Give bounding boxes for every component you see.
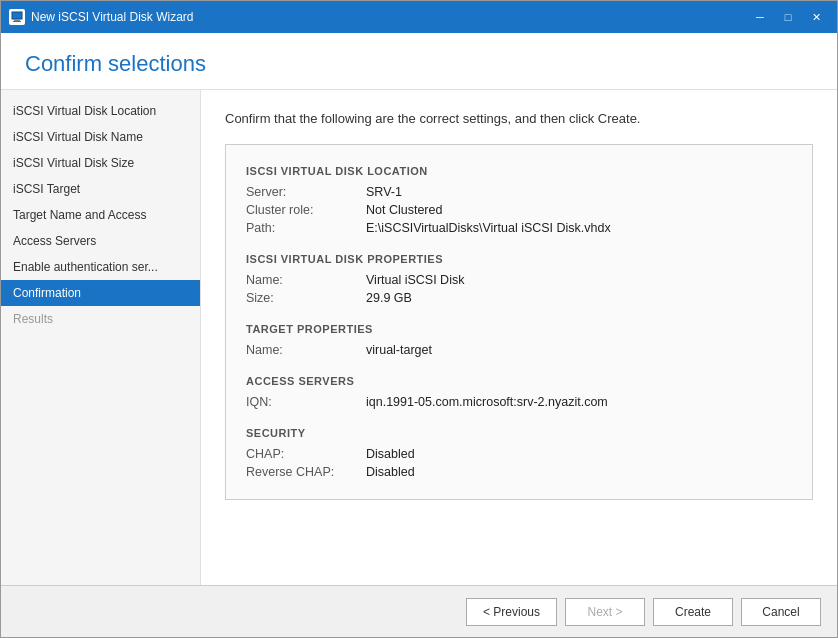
window-controls: ─ □ ✕ [747,7,829,27]
title-bar: New iSCSI Virtual Disk Wizard ─ □ ✕ [1,1,837,33]
sidebar-item-iscsi-target[interactable]: iSCSI Target [1,176,200,202]
main-content: iSCSI Virtual Disk LocationiSCSI Virtual… [1,90,837,585]
sidebar-item-iscsi-size[interactable]: iSCSI Virtual Disk Size [1,150,200,176]
prop-label: Cluster role: [246,203,366,217]
page-header: Confirm selections [1,33,837,90]
sidebar-item-results: Results [1,306,200,332]
intro-text: Confirm that the following are the corre… [225,110,813,128]
section-heading-3: ACCESS SERVERS [246,375,792,387]
next-button: Next > [565,598,645,626]
create-button[interactable]: Create [653,598,733,626]
sidebar-item-target-name-access[interactable]: Target Name and Access [1,202,200,228]
prop-value: Not Clustered [366,203,442,217]
prop-value: SRV-1 [366,185,402,199]
right-panel: Confirm that the following are the corre… [201,90,837,585]
cancel-button[interactable]: Cancel [741,598,821,626]
sidebar-item-iscsi-location[interactable]: iSCSI Virtual Disk Location [1,98,200,124]
maximize-button[interactable]: □ [775,7,801,27]
minimize-button[interactable]: ─ [747,7,773,27]
page-title: Confirm selections [25,51,813,77]
sidebar-item-enable-auth[interactable]: Enable authentication ser... [1,254,200,280]
prop-value: 29.9 GB [366,291,412,305]
footer: < Previous Next > Create Cancel [1,585,837,637]
prop-value: Disabled [366,447,415,461]
prop-row: Path:E:\iSCSIVirtualDisks\Virtual iSCSI … [246,221,792,235]
prop-row: Name:virual-target [246,343,792,357]
prop-value: virual-target [366,343,432,357]
section-heading-4: SECURITY [246,427,792,439]
confirm-box: ISCSI VIRTUAL DISK LOCATIONServer:SRV-1C… [225,144,813,500]
section-heading-0: ISCSI VIRTUAL DISK LOCATION [246,165,792,177]
prop-label: Reverse CHAP: [246,465,366,479]
prop-label: CHAP: [246,447,366,461]
wizard-window: New iSCSI Virtual Disk Wizard ─ □ ✕ Conf… [0,0,838,638]
prop-value: Disabled [366,465,415,479]
prop-label: IQN: [246,395,366,409]
sidebar: iSCSI Virtual Disk LocationiSCSI Virtual… [1,90,201,585]
prop-label: Path: [246,221,366,235]
section-heading-1: ISCSI VIRTUAL DISK PROPERTIES [246,253,792,265]
prop-row: Name:Virtual iSCSI Disk [246,273,792,287]
section-heading-2: TARGET PROPERTIES [246,323,792,335]
prop-label: Server: [246,185,366,199]
prop-label: Name: [246,343,366,357]
window-title: New iSCSI Virtual Disk Wizard [31,10,747,24]
prop-row: Reverse CHAP:Disabled [246,465,792,479]
prop-value: Virtual iSCSI Disk [366,273,464,287]
prop-row: Cluster role:Not Clustered [246,203,792,217]
prop-value: iqn.1991-05.com.microsoft:srv-2.nyazit.c… [366,395,608,409]
prop-value: E:\iSCSIVirtualDisks\Virtual iSCSI Disk.… [366,221,611,235]
prop-row: Size:29.9 GB [246,291,792,305]
app-icon [9,9,25,25]
svg-rect-0 [12,12,22,19]
prop-row: IQN:iqn.1991-05.com.microsoft:srv-2.nyaz… [246,395,792,409]
sidebar-item-iscsi-name[interactable]: iSCSI Virtual Disk Name [1,124,200,150]
content-area: Confirm selections iSCSI Virtual Disk Lo… [1,33,837,637]
svg-rect-1 [14,19,20,21]
prop-row: Server:SRV-1 [246,185,792,199]
svg-rect-2 [13,21,21,22]
prop-label: Size: [246,291,366,305]
sidebar-item-confirmation[interactable]: Confirmation [1,280,200,306]
prop-label: Name: [246,273,366,287]
close-button[interactable]: ✕ [803,7,829,27]
prop-row: CHAP:Disabled [246,447,792,461]
sidebar-item-access-servers[interactable]: Access Servers [1,228,200,254]
previous-button[interactable]: < Previous [466,598,557,626]
